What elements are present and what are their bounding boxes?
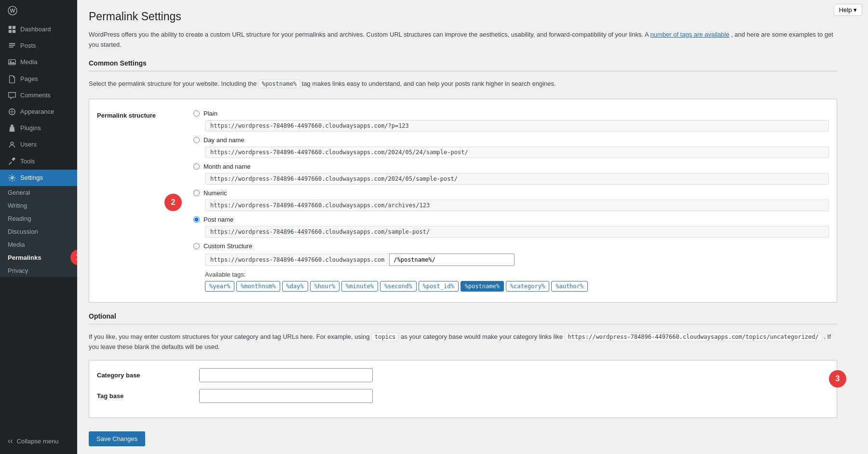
page-title: Permalink Settings [89, 10, 837, 24]
radio-plain-label[interactable]: Plain [193, 110, 829, 117]
sidebar-item-users[interactable]: Users [0, 136, 77, 153]
sidebar-item-label: Pages [20, 75, 38, 83]
radio-numeric: Numeric https://wordpress-784896-4497660… [193, 189, 829, 211]
radio-post-name: Post name https://wordpress-784896-44976… [193, 216, 829, 238]
sidebar-item-plugins[interactable]: Plugins [0, 120, 77, 136]
svg-rect-5 [13, 30, 15, 33]
sidebar-item-dashboard[interactable]: Dashboard [0, 21, 77, 38]
sidebar-item-label: Users [20, 140, 37, 149]
tag-monthnum[interactable]: %monthnum% [236, 281, 280, 292]
radio-month-name-label[interactable]: Month and name [193, 163, 829, 170]
submenu-writing[interactable]: Writing [0, 199, 77, 212]
svg-rect-4 [9, 30, 12, 33]
category-base-input[interactable] [199, 368, 373, 382]
svg-rect-2 [9, 26, 12, 29]
tag-category[interactable]: %category% [506, 281, 549, 292]
main-content: Permalink Settings WordPress offers you … [77, 0, 868, 454]
description-text: WordPress offers you the ability to crea… [89, 31, 650, 38]
save-section: Save Changes [89, 426, 837, 446]
settings-icon [8, 174, 16, 182]
help-label: Help ▾ [839, 6, 857, 13]
sidebar-item-posts[interactable]: Posts [0, 38, 77, 54]
sidebar-item-media[interactable]: Media [0, 54, 77, 70]
sidebar-item-tools[interactable]: Tools [0, 153, 77, 170]
custom-structure-row: https://wordpress-784896-4497660.cloudwa… [205, 254, 829, 266]
plugins-icon [8, 124, 16, 133]
tag-postname[interactable]: %postname% [461, 281, 504, 292]
radio-day-name-label[interactable]: Day and name [193, 136, 829, 144]
svg-text:W: W [10, 8, 15, 13]
tag-author[interactable]: %author% [551, 281, 588, 292]
svg-point-11 [11, 177, 14, 179]
settings-submenu: General Writing Reading Discussion Media… [0, 186, 77, 277]
svg-rect-9 [11, 125, 13, 127]
tag-year[interactable]: %year% [205, 281, 234, 292]
numeric-url: https://wordpress-784896-4497660.cloudwa… [205, 200, 829, 211]
tag-base-input[interactable] [199, 389, 373, 403]
tools-icon [8, 157, 16, 166]
radio-day-name-input[interactable] [193, 137, 200, 143]
permalink-structure-row: Permalink structure 2 Plain https://word… [97, 107, 829, 294]
radio-numeric-input[interactable] [193, 190, 200, 196]
radio-custom-label[interactable]: Custom Structure [193, 242, 829, 250]
sidebar: W Dashboard Posts Media Pages Comments [0, 0, 77, 454]
sidebar-item-comments[interactable]: Comments [0, 87, 77, 104]
plain-url: https://wordpress-784896-4497660.cloudwa… [205, 120, 829, 132]
optional-description: If you like, you may enter custom struct… [89, 332, 837, 352]
sidebar-item-label: Dashboard [20, 25, 51, 34]
sidebar-item-appearance[interactable]: Appearance [0, 104, 77, 120]
category-base-row: Category base [97, 368, 829, 382]
submenu-permalinks[interactable]: Permalinks 1 [0, 251, 77, 264]
tag-minute[interactable]: %minute% [341, 281, 378, 292]
common-settings-block: Permalink structure 2 Plain https://word… [89, 99, 837, 303]
svg-rect-6 [9, 60, 15, 65]
page-description: WordPress offers you the ability to crea… [89, 30, 837, 50]
collapse-menu-button[interactable]: ‹‹ Collapse menu [0, 433, 77, 449]
sidebar-item-label: Media [20, 58, 37, 67]
available-tags-section: Available tags: %year% %monthnum% %day% … [205, 271, 829, 292]
radio-plain: Plain https://wordpress-784896-4497660.c… [193, 110, 829, 132]
submenu-reading[interactable]: Reading [0, 212, 77, 225]
custom-structure-input[interactable] [389, 254, 515, 266]
tag-second[interactable]: %second% [380, 281, 417, 292]
help-button[interactable]: Help ▾ [834, 4, 862, 16]
annotation-badge-3: 3 [829, 370, 846, 387]
tags-available-link[interactable]: number of tags are available [650, 31, 729, 38]
sidebar-item-label: Posts [20, 41, 36, 50]
radio-post-name-input[interactable] [193, 216, 200, 223]
example-url-code: https://wordpress-784896-4497660.cloudwa… [565, 333, 822, 341]
sidebar-item-label: Comments [20, 91, 51, 100]
radio-month-name-input[interactable] [193, 163, 200, 170]
tag-base-row: Tag base [97, 389, 829, 403]
radio-custom: Custom Structure https://wordpress-78489… [193, 242, 829, 266]
tag-hour[interactable]: %hour% [310, 281, 339, 292]
dashboard-icon [8, 25, 16, 34]
radio-custom-input[interactable] [193, 243, 200, 249]
collapse-icon: ‹‹ [8, 437, 13, 445]
post-name-url: https://wordpress-784896-4497660.cloudwa… [205, 226, 829, 238]
tag-day[interactable]: %day% [282, 281, 308, 292]
submenu-general[interactable]: General [0, 186, 77, 199]
common-settings-title: Common Settings [89, 59, 837, 71]
optional-section-title: Optional [89, 312, 837, 324]
category-base-label: Category base [97, 372, 193, 379]
permalink-structure-label: Permalink structure [97, 112, 156, 119]
sidebar-item-settings[interactable]: Settings [0, 170, 77, 186]
submenu-privacy[interactable]: Privacy [0, 264, 77, 277]
radio-numeric-label[interactable]: Numeric [193, 189, 829, 197]
collapse-label: Collapse menu [17, 438, 59, 445]
optional-form: 3 Category base Tag base [89, 360, 837, 418]
appearance-icon [8, 107, 16, 116]
submenu-permalinks-label: Permalinks [8, 254, 41, 261]
save-changes-button[interactable]: Save Changes [89, 431, 145, 446]
sidebar-item-pages[interactable]: Pages [0, 71, 77, 87]
comments-icon [8, 91, 16, 100]
tag-post-id[interactable]: %post_id% [419, 281, 459, 292]
radio-post-name-label[interactable]: Post name [193, 216, 829, 223]
radio-plain-input[interactable] [193, 110, 200, 117]
sidebar-item-label: Settings [20, 174, 43, 182]
submenu-media[interactable]: Media [0, 238, 77, 251]
sidebar-logo: W [0, 0, 77, 21]
posts-icon [8, 41, 16, 50]
submenu-discussion[interactable]: Discussion [0, 225, 77, 238]
